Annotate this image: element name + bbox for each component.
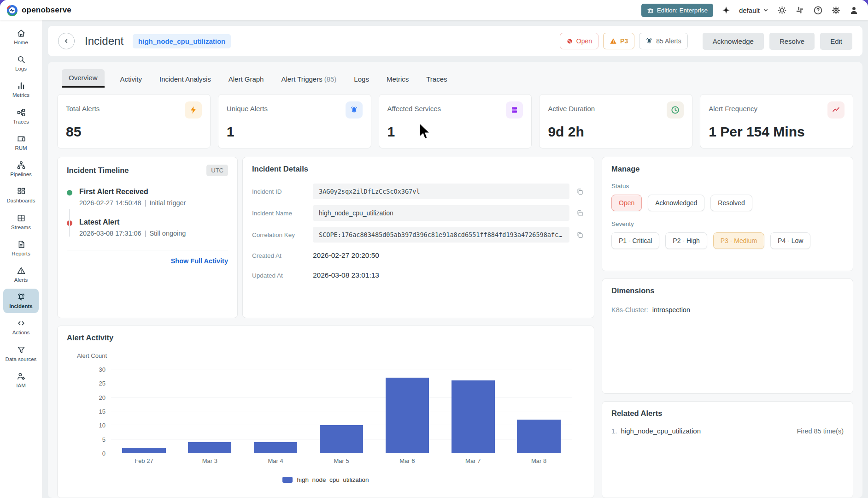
sidebar-label: Home (14, 40, 28, 46)
severity-option-p4[interactable]: P4 - Low (770, 232, 810, 249)
edit-button[interactable]: Edit (820, 33, 852, 50)
copy-icon[interactable] (575, 230, 585, 240)
correlation-key-value[interactable]: SCOPE:176ac803485d05ab397d396c81e91a8cd6… (313, 227, 569, 243)
dimensions-panel: Dimensions K8s-Cluster:introspection (602, 279, 853, 394)
severity-option-p3[interactable]: P3 - Medium (713, 232, 764, 249)
updated-at-value: 2026-03-08 23:01:13 (313, 268, 379, 282)
alert-count-badge[interactable]: 85 Alerts (639, 33, 687, 49)
timezone-badge[interactable]: UTC (206, 165, 228, 176)
related-alert-name: high_node_cpu_utilization (621, 427, 701, 435)
tab-logs[interactable]: Logs (352, 71, 371, 88)
related-alerts-panel: Related Alerts 1.high_node_cpu_utilizati… (602, 401, 853, 498)
bar-Mar 8[interactable] (517, 420, 560, 453)
sidebar-item-rum[interactable]: RUM (3, 130, 39, 155)
sidebar-item-logs[interactable]: Logs (3, 51, 39, 76)
user-profile-icon[interactable] (849, 5, 859, 15)
streams-grid-icon (17, 213, 26, 223)
sparkle-icon[interactable] (721, 5, 731, 15)
detail-label: Incident Name (252, 210, 313, 217)
incident-id-value[interactable]: 3AG0y2sqx2ilDfLzCcScOx3G7vl (313, 184, 569, 199)
acknowledge-button[interactable]: Acknowledge (703, 33, 764, 50)
status-option-open[interactable]: Open (611, 195, 642, 211)
event-time: 2026-02-27 14:50:48 (79, 199, 141, 207)
sidebar-item-streams[interactable]: Streams (3, 210, 39, 234)
slack-icon[interactable] (795, 5, 805, 15)
sidebar-item-iam[interactable]: IAM (3, 368, 39, 392)
status-badge[interactable]: Open (560, 33, 598, 49)
stat-card-alert-frequency: Alert Frequency 1 Per 154 Mins (700, 94, 853, 148)
show-full-activity-link[interactable]: Show Full Activity (171, 257, 228, 265)
resolve-button[interactable]: Resolve (769, 33, 815, 50)
severity-option-p2[interactable]: P2 - High (665, 232, 707, 249)
tab-label: Alert Triggers (281, 75, 322, 83)
bar-column (309, 369, 375, 453)
edition-badge[interactable]: Edition: Enterprise (641, 4, 713, 17)
tab-alert-triggers[interactable]: Alert Triggers(85) (279, 71, 338, 88)
help-icon[interactable] (813, 5, 823, 15)
home-icon (17, 29, 26, 38)
incident-name-chip[interactable]: high_node_cpu_utilization (133, 34, 231, 48)
bar-Mar 6[interactable] (386, 378, 429, 453)
severity-badge[interactable]: P3 (603, 33, 634, 49)
theme-toggle-icon[interactable] (777, 5, 787, 15)
main-content: Incident high_node_cpu_utilization Open … (42, 20, 868, 498)
stat-label: Total Alerts (66, 105, 100, 113)
legend-swatch (282, 477, 293, 483)
status-badge-label: Open (576, 37, 592, 45)
status-option-resolved[interactable]: Resolved (710, 195, 752, 211)
sidebar-label: Reports (12, 251, 30, 257)
tab-activity[interactable]: Activity (118, 71, 144, 88)
sidebar-item-actions[interactable]: Actions (3, 315, 39, 339)
pipeline-icon (17, 160, 26, 170)
sidebar-label: Alerts (14, 277, 28, 283)
bar-column (506, 369, 572, 453)
y-tick-label: 20 (91, 394, 106, 401)
sidebar-item-pipelines[interactable]: Pipelines (3, 157, 39, 181)
status-option-acknowledged[interactable]: Acknowledged (648, 195, 704, 211)
sidebar-item-home[interactable]: Home (3, 25, 39, 49)
green-dot-icon (67, 190, 72, 196)
incident-name-value[interactable]: high_node_cpu_utilization (313, 205, 569, 221)
tab-incident-analysis[interactable]: Incident Analysis (158, 71, 213, 88)
sidebar-item-traces[interactable]: Traces (3, 104, 39, 129)
tab-metrics[interactable]: Metrics (385, 71, 411, 88)
sidebar-item-reports[interactable]: Reports (3, 236, 39, 261)
bar-Mar 3[interactable] (188, 442, 231, 453)
bar-Mar 5[interactable] (320, 425, 363, 453)
bar-column (243, 369, 309, 453)
settings-gear-icon[interactable] (831, 5, 841, 15)
tab-overview[interactable]: Overview (62, 69, 105, 88)
dashboard-grid-icon (17, 187, 26, 196)
copy-icon[interactable] (575, 208, 585, 218)
sidebar-item-dashboards[interactable]: Dashboards (3, 183, 39, 208)
stat-value: 85 (66, 124, 202, 140)
sidebar-item-metrics[interactable]: Metrics (3, 77, 39, 102)
manage-title: Manage (611, 165, 639, 173)
chart-xlabels: Feb 27Mar 3Mar 4Mar 5Mar 6Mar 7Mar 8 (111, 457, 572, 464)
x-tick-label: Mar 5 (309, 457, 375, 464)
x-tick-label: Mar 3 (177, 457, 243, 464)
page-title: Incident (85, 35, 123, 47)
tab-traces[interactable]: Traces (424, 71, 449, 88)
app-logo[interactable]: openobserve (6, 5, 71, 16)
sidebar-item-data-sources[interactable]: Data sources (3, 342, 39, 366)
sidebar-label: Incidents (9, 303, 32, 309)
sidebar-item-incidents[interactable]: Incidents (3, 289, 39, 313)
bar-Feb 27[interactable] (122, 448, 165, 453)
tab-alert-graph[interactable]: Alert Graph (227, 71, 266, 88)
back-button[interactable] (58, 33, 75, 49)
bar-Mar 4[interactable] (254, 442, 297, 453)
bar-Mar 7[interactable] (452, 380, 495, 453)
bar-column (111, 369, 177, 453)
edition-label: Edition: Enterprise (657, 7, 708, 14)
sidebar-label: Pipelines (10, 172, 32, 178)
related-alert-row[interactable]: 1.high_node_cpu_utilization Fired 85 tim… (611, 427, 844, 435)
tab-label: Traces (426, 75, 447, 83)
sidebar-item-alerts[interactable]: Alerts (3, 262, 39, 287)
trend-line-icon (827, 101, 845, 119)
building-icon (647, 7, 654, 14)
severity-option-p1[interactable]: P1 - Critical (611, 232, 659, 249)
copy-icon[interactable] (575, 187, 585, 196)
detail-label: Correlation Key (252, 231, 313, 238)
org-selector[interactable]: default (739, 6, 769, 14)
